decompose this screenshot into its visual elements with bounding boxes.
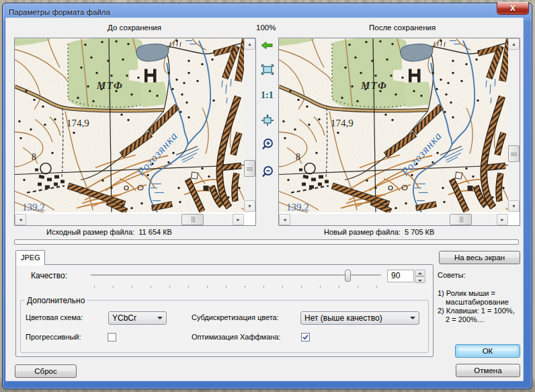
svg-text:1:1: 1:1 xyxy=(261,90,274,100)
